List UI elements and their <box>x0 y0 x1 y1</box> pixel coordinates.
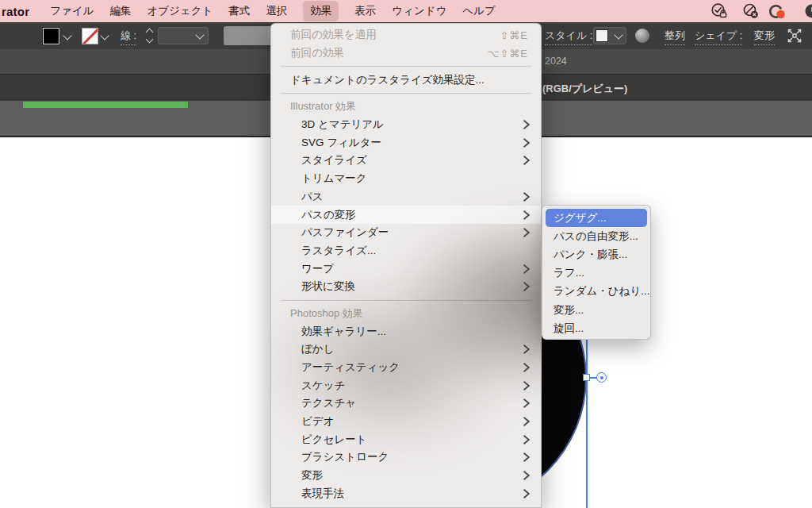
selection-handle-square[interactable] <box>583 374 590 381</box>
submenu-chevron-icon <box>523 210 530 220</box>
menu-item-label: スタイライズ <box>301 153 523 167</box>
transform-link[interactable]: 変形 <box>754 29 775 45</box>
menu-item-label: パスファインダー <box>301 225 523 240</box>
menubar-item[interactable]: 選択 <box>266 1 287 21</box>
submenu-chevron-icon <box>523 417 530 426</box>
style-swatch <box>596 29 608 42</box>
menubar-item[interactable]: ヘルプ <box>462 1 495 21</box>
sync-disabled-icon[interactable] <box>742 2 760 20</box>
menu-item[interactable]: 変形 <box>271 467 541 485</box>
menu-item[interactable]: ワープ <box>271 260 541 278</box>
menu-item-label: パスの変形 <box>301 208 523 222</box>
window-title-fragment: 2024 <box>545 56 567 67</box>
submenu-chevron-icon <box>523 381 530 391</box>
menu-item[interactable]: トリムマーク <box>271 170 541 188</box>
menubar-item[interactable]: 書式 <box>228 1 250 21</box>
submenu-item[interactable]: ランダム・ひねり... <box>546 283 647 301</box>
menu-item-label: ピクセレート <box>301 433 523 447</box>
menu-item-label: 3D とマテリアル <box>301 117 523 132</box>
style-chevron-down-icon <box>614 30 622 39</box>
menu-item[interactable]: パス <box>271 188 541 206</box>
menu-item[interactable]: ブラシストローク <box>271 448 541 467</box>
menu-item[interactable]: 形状に変換 <box>271 278 541 296</box>
submenu-item[interactable]: ラフ... <box>546 264 647 283</box>
submenu-chevron-icon <box>523 120 530 129</box>
app-name-fragment[interactable]: rator <box>2 5 29 18</box>
menubar-item[interactable]: ウィンドウ <box>392 1 446 21</box>
stepper-down-icon[interactable] <box>145 36 153 44</box>
menu-item-label: パス <box>301 190 523 204</box>
menu-section-header: Illustrator 効果 <box>271 98 541 116</box>
fill-color-swatch[interactable] <box>43 28 59 44</box>
menu-item[interactable]: 表現手法 <box>271 485 541 503</box>
brush-definition-field[interactable] <box>224 26 273 45</box>
submenu-chevron-icon <box>523 489 530 498</box>
menu-item: 前回の効果を適用⇧⌘E <box>271 26 541 44</box>
stroke-chevron-down-icon[interactable] <box>100 31 109 40</box>
style-label[interactable]: スタイル : <box>545 29 592 45</box>
menubar-item[interactable]: 効果 <box>303 1 339 21</box>
menu-item-label: 変形 <box>301 468 523 483</box>
menu-item[interactable]: SVG フィルター <box>271 133 541 152</box>
stroke-color-swatch[interactable] <box>82 28 98 44</box>
submenu-chevron-icon <box>523 282 530 291</box>
menu-item[interactable]: ラスタライズ... <box>271 242 541 260</box>
submenu-item[interactable]: 旋回... <box>546 319 647 337</box>
green-artwork-bar[interactable] <box>23 102 188 108</box>
fill-chevron-down-icon[interactable] <box>63 31 71 40</box>
expand-arrows-icon[interactable] <box>787 28 802 44</box>
menu-item[interactable]: ビデオ <box>271 413 541 431</box>
menubar-item[interactable]: 編集 <box>109 1 131 21</box>
submenu-item[interactable]: パスの自由変形... <box>546 227 647 245</box>
menu-item[interactable]: スケッチ <box>271 376 541 394</box>
submenu-chevron-icon <box>523 363 530 372</box>
menu-separator <box>281 300 531 301</box>
align-link[interactable]: 整列 <box>665 29 685 45</box>
menu-item[interactable]: ドキュメントのラスタライズ効果設定... <box>271 71 541 89</box>
stroke-weight-label[interactable]: 線 : <box>121 29 136 45</box>
style-swatch-widget[interactable] <box>593 27 626 44</box>
menu-item[interactable]: アーティスティック <box>271 359 541 377</box>
menu-item[interactable]: 3D とマテリアル <box>271 116 541 134</box>
menu-item[interactable]: ぼかし <box>271 341 541 359</box>
menu-section-header: Photoshop 効果 <box>271 305 541 323</box>
creative-cloud-notification-icon[interactable] <box>766 2 787 20</box>
menu-separator <box>281 66 531 67</box>
stroke-weight-stepper[interactable] <box>144 27 155 44</box>
menu-item[interactable]: スタイライズ <box>271 152 541 170</box>
menu-item-label: ぼかし <box>301 342 523 356</box>
menu-item[interactable]: ピクセレート <box>271 430 541 448</box>
menu-item: 前回の効果⌥⇧⌘E <box>271 44 541 63</box>
menu-item[interactable]: パスファインダー <box>271 224 541 242</box>
menubar-items: ファイル編集オブジェクト書式選択効果表示ウィンドウヘルプ <box>50 1 496 21</box>
menu-item[interactable]: テクスチャ <box>271 394 541 413</box>
menu-item-label: アーティスティック <box>301 360 523 375</box>
menu-item[interactable]: パスの変形 <box>271 206 541 224</box>
submenu-chevron-icon <box>523 435 530 444</box>
submenu-chevron-icon <box>523 228 530 237</box>
menu-item-label: ラスタライズ... <box>301 244 530 258</box>
submenu-item[interactable]: 変形... <box>546 301 647 319</box>
submenu-chevron-icon <box>523 452 530 462</box>
menu-item-label: トリムマーク <box>301 171 530 186</box>
submenu-item[interactable]: ジグザグ... <box>546 209 647 227</box>
submenu-chevron-icon <box>523 156 530 165</box>
sync-check-icon[interactable] <box>710 2 728 20</box>
menubar-item[interactable]: ファイル <box>50 1 94 21</box>
clock-status-icon[interactable] <box>803 2 812 20</box>
menu-item-label: 表現手法 <box>301 487 523 501</box>
document-setup-globe-icon[interactable] <box>635 29 649 43</box>
shape-link[interactable]: シェイプ : <box>695 29 742 45</box>
submenu-chevron-icon <box>523 264 530 274</box>
menu-item-label: 形状に変換 <box>301 279 523 294</box>
stroke-weight-select[interactable] <box>158 27 209 44</box>
submenu-item[interactable]: パンク・膨張... <box>546 245 647 264</box>
submenu-chevron-icon <box>523 192 530 202</box>
menubar-item[interactable]: オブジェクト <box>147 1 213 21</box>
menu-item-label: スケッチ <box>301 379 523 393</box>
menubar-item[interactable]: 表示 <box>354 1 376 21</box>
no-stroke-slash-icon <box>82 28 98 44</box>
menu-item-shortcut: ⌥⇧⌘E <box>487 48 528 60</box>
menu-item-label: ドキュメントのラスタライズ効果設定... <box>290 73 530 87</box>
menu-item[interactable]: 効果ギャラリー... <box>271 322 541 341</box>
